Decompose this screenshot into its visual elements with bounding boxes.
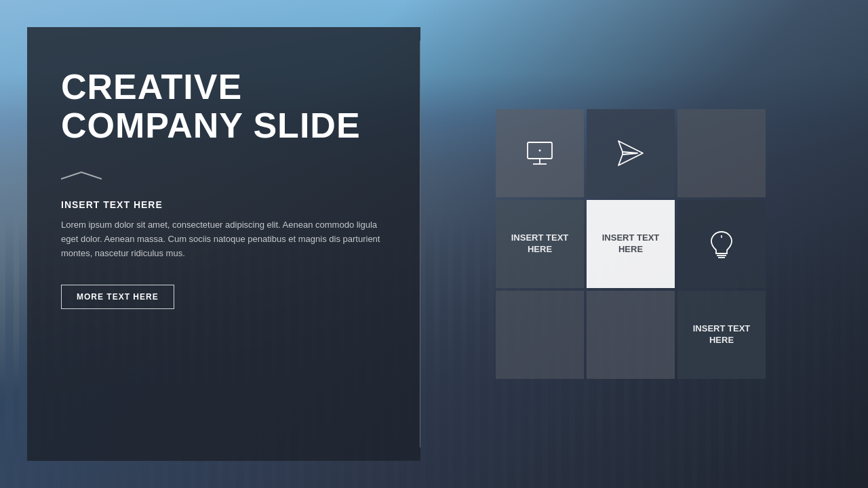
- svg-point-3: [539, 150, 541, 152]
- monitor-icon: [522, 136, 557, 171]
- paper-plane-icon: [613, 136, 648, 171]
- main-title: CREATIVE COMPANY SLIDE: [61, 68, 387, 145]
- grid-cell-empty-3: [587, 291, 675, 379]
- chevron-decoration: [61, 169, 387, 182]
- grid-cell-paperplane: [587, 109, 675, 197]
- body-text: Lorem ipsum dolor sit amet, consectetuer…: [61, 218, 387, 260]
- grid-text-1: INSERT TEXT HERE: [496, 227, 584, 261]
- grid-cell-lightbulb: [677, 200, 766, 288]
- vertical-divider: [420, 41, 420, 447]
- title-block: CREATIVE COMPANY SLIDE: [61, 68, 387, 145]
- left-panel: CREATIVE COMPANY SLIDE INSERT TEXT HERE …: [27, 27, 420, 461]
- grid-text-2: INSERT TEXT HERE: [587, 227, 675, 261]
- grid-cell-text-2: INSERT TEXT HERE: [587, 200, 675, 288]
- subtitle-label: INSERT TEXT HERE: [61, 199, 387, 210]
- title-line1: CREATIVE: [61, 68, 387, 106]
- grid-cell-text-3: INSERT TEXT HERE: [677, 291, 766, 379]
- slide-content: CREATIVE COMPANY SLIDE INSERT TEXT HERE …: [27, 27, 841, 461]
- right-panel: INSERT TEXT HERE INSERT TEXT HERE: [420, 27, 841, 461]
- feature-grid: INSERT TEXT HERE INSERT TEXT HERE: [496, 109, 766, 379]
- grid-cell-text-1: INSERT TEXT HERE: [496, 200, 584, 288]
- grid-cell-empty-1: [677, 109, 766, 197]
- more-button[interactable]: MORE TEXT HERE: [61, 285, 174, 309]
- slide-container: CREATIVE COMPANY SLIDE INSERT TEXT HERE …: [0, 0, 868, 488]
- lightbulb-icon: [705, 226, 738, 262]
- grid-cell-empty-2: [496, 291, 584, 379]
- grid-text-3: INSERT TEXT HERE: [677, 318, 766, 352]
- grid-cell-monitor: [496, 109, 584, 197]
- title-line2: COMPANY SLIDE: [61, 106, 387, 145]
